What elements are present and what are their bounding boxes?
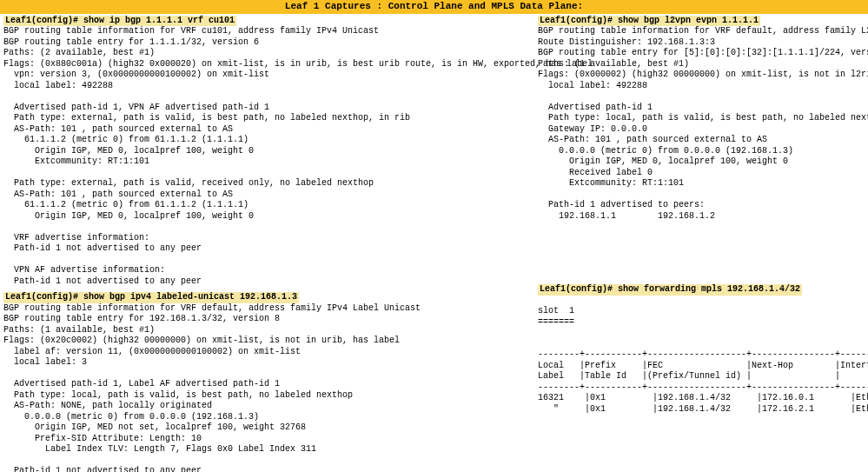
page-content: Leaf1(config)# show ip bgp 1.1.1.1 vrf c… (0, 14, 868, 472)
capture-block-1: Leaf1(config)# show ip bgp 1.1.1.1 vrf c… (3, 16, 531, 288)
cli-command-3: Leaf1(config)# show bgp l2vpn evpn 1.1.1… (538, 16, 760, 27)
capture-block-4: Leaf1(config)# show forwarding mpls 192.… (538, 284, 865, 415)
cli-output-3: BGP routing table information for VRF de… (538, 26, 865, 222)
cli-output-4: slot 1 ======= --------+-----------+----… (538, 296, 865, 415)
cli-command-1: Leaf1(config)# show ip bgp 1.1.1.1 vrf c… (3, 16, 236, 27)
cli-output-1: BGP routing table information for VRF cu… (3, 26, 531, 287)
right-column: Leaf1(config)# show bgp l2vpn evpn 1.1.1… (534, 14, 868, 472)
capture-block-3: Leaf1(config)# show bgp l2vpn evpn 1.1.1… (538, 16, 865, 223)
cli-output-2: BGP routing table information for VRF de… (3, 303, 531, 472)
cli-command-2: Leaf1(config)# show bgp ipv4 labeled-uni… (3, 292, 299, 303)
cli-command-4: Leaf1(config)# show forwarding mpls 192.… (538, 284, 802, 296)
left-column: Leaf1(config)# show ip bgp 1.1.1.1 vrf c… (0, 14, 534, 472)
capture-block-2: Leaf1(config)# show bgp ipv4 labeled-uni… (3, 292, 531, 472)
page-title: Leaf 1 Captures : Control Plane and MPLS… (0, 0, 868, 14)
